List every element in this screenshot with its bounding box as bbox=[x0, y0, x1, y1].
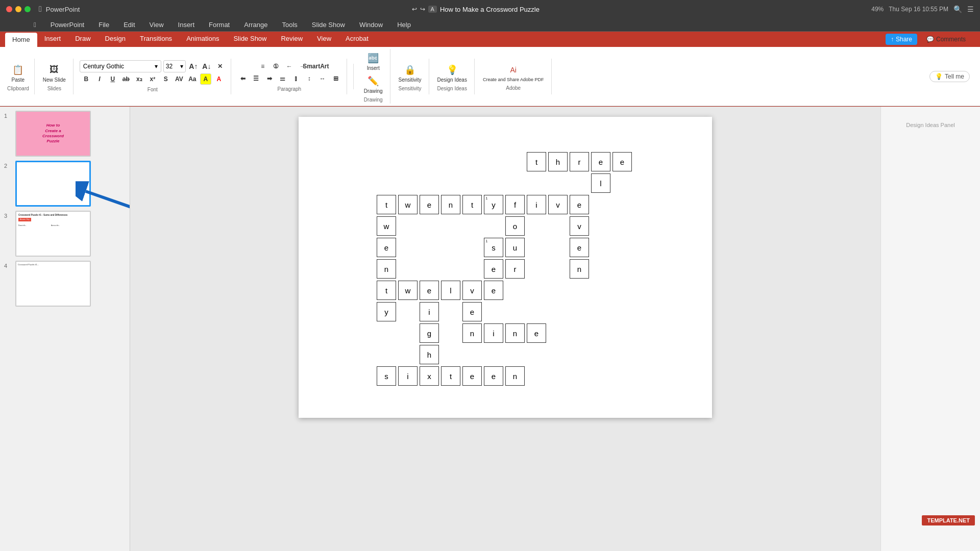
close-button[interactable] bbox=[6, 6, 12, 12]
numbering-button[interactable]: ① bbox=[271, 61, 282, 72]
clear-format-button[interactable]: ✕ bbox=[214, 61, 226, 72]
tab-transitions[interactable]: Transitions bbox=[133, 32, 179, 47]
adobe-pdf-button[interactable]: Ai Create and Share Adobe PDF bbox=[481, 62, 546, 83]
redo-icon[interactable]: ↪ bbox=[420, 6, 425, 13]
col-button[interactable]: ⫿ bbox=[290, 73, 302, 84]
search-icon[interactable]: 🔍 bbox=[953, 5, 962, 13]
tab-slideshow[interactable]: Slide Show bbox=[226, 32, 274, 47]
menu-help[interactable]: Help bbox=[394, 20, 414, 30]
char-spacing-button[interactable]: AV bbox=[174, 73, 185, 85]
slide-thumb-3[interactable]: 3 Crossword Puzzle #1 - Sums and Differe… bbox=[4, 211, 126, 257]
cell-10-3: t bbox=[441, 366, 460, 386]
cell-8-7: e bbox=[527, 323, 546, 343]
arrow-annotation bbox=[76, 179, 130, 214]
align-text-button[interactable]: ⊞ bbox=[330, 73, 341, 84]
font-size-dropdown-icon: ▾ bbox=[180, 63, 183, 70]
subscript-button[interactable]: x₂ bbox=[134, 73, 145, 85]
design-ideas-button[interactable]: 💡 Design Ideas bbox=[435, 62, 469, 84]
cell-2-0: t bbox=[377, 195, 396, 214]
italic-button[interactable]: I bbox=[94, 73, 105, 85]
tab-home[interactable]: Home bbox=[5, 33, 37, 47]
indent-less-button[interactable]: ← bbox=[284, 61, 295, 72]
drawing-button[interactable]: ✏️ Drawing bbox=[362, 73, 385, 95]
cell-6-4: v bbox=[462, 281, 482, 300]
ribbon-group-clipboard: 📋 Paste Clipboard bbox=[5, 59, 35, 94]
direction-button[interactable]: ↔ bbox=[317, 73, 328, 84]
menu-window[interactable]: Window bbox=[356, 20, 386, 30]
strikethrough-button[interactable]: ab bbox=[120, 73, 132, 85]
minimize-button[interactable] bbox=[15, 6, 21, 12]
ribbon-group-adobe: Ai Create and Share Adobe PDF Adobe bbox=[479, 59, 552, 94]
tab-insert[interactable]: Insert bbox=[37, 32, 68, 47]
menu-slideshow[interactable]: Slide Show bbox=[309, 20, 348, 30]
superscript-button[interactable]: x² bbox=[147, 73, 158, 85]
paste-button[interactable]: 📋 Paste bbox=[9, 62, 27, 84]
highlight-button[interactable]: A bbox=[200, 73, 211, 85]
tell-me-input[interactable]: 💡 Tell me bbox=[929, 71, 970, 82]
align-center-button[interactable]: ☰ bbox=[251, 73, 262, 84]
cell-7-4: e bbox=[462, 302, 482, 321]
tab-acrobat[interactable]: Acrobat bbox=[338, 32, 376, 47]
menu-insert[interactable]: Insert bbox=[175, 20, 198, 30]
line-spacing-button[interactable]: ↕ bbox=[304, 73, 315, 84]
font-color-button[interactable]: A bbox=[213, 73, 225, 85]
font-size-selector[interactable]: 32 ▾ bbox=[163, 60, 186, 72]
tab-review[interactable]: Review bbox=[274, 32, 310, 47]
menu-powerpoint[interactable]: PowerPoint bbox=[47, 20, 87, 30]
decrease-font-button[interactable]: A↓ bbox=[201, 61, 212, 72]
text-shadow-button[interactable]: S bbox=[160, 73, 172, 85]
title-bar:  PowerPoint ↩ ↪ A How to Make a Crosswo… bbox=[0, 0, 980, 18]
sensitivity-button[interactable]: 🔒 Sensitivity bbox=[397, 62, 424, 84]
new-slide-button[interactable]: 🖼 New Slide bbox=[41, 62, 68, 84]
insert-button[interactable]: 🔤 Insert bbox=[364, 50, 382, 72]
app-name: PowerPoint bbox=[46, 6, 80, 13]
font-selector[interactable]: Century Gothic ▾ bbox=[80, 60, 161, 72]
underline-button[interactable]: U bbox=[107, 73, 118, 85]
tab-animations[interactable]: Animations bbox=[179, 32, 226, 47]
slide-preview-4[interactable]: Crossword Puzzle #1... bbox=[15, 261, 91, 307]
align-left-button[interactable]: ⬅ bbox=[237, 73, 249, 84]
menu-apple[interactable]:  bbox=[31, 20, 39, 30]
slide-thumb-4[interactable]: 4 Crossword Puzzle #1... bbox=[4, 261, 126, 307]
menu-view[interactable]: View bbox=[146, 20, 167, 30]
quick-access: A bbox=[428, 6, 437, 13]
cell-0-8: h bbox=[548, 152, 568, 171]
crossword-grid: threeltwenty1fivewoves1uenerntwelveyiegn… bbox=[377, 152, 634, 388]
cell-8-2: g bbox=[420, 323, 439, 343]
svg-line-1 bbox=[86, 191, 130, 209]
tab-draw[interactable]: Draw bbox=[68, 32, 97, 47]
tab-view[interactable]: View bbox=[310, 32, 338, 47]
share-button[interactable]: ↑ Share bbox=[886, 34, 917, 45]
canvas-area: threeltwenty1fivewoves1uenerntwelveyiegn… bbox=[130, 107, 880, 551]
cell-3-6: o bbox=[505, 216, 525, 236]
undo-icon[interactable]: ↩ bbox=[412, 6, 417, 13]
justify-button[interactable]: ⚌ bbox=[277, 73, 288, 84]
menu-format[interactable]: Format bbox=[206, 20, 233, 30]
menu-edit[interactable]: Edit bbox=[120, 20, 138, 30]
menu-tools[interactable]: Tools bbox=[279, 20, 300, 30]
increase-font-button[interactable]: A↑ bbox=[188, 61, 199, 72]
menu-arrange[interactable]: Arrange bbox=[241, 20, 271, 30]
document-title: How to Make a Crossword Puzzle bbox=[440, 6, 540, 13]
slide-preview-3[interactable]: Crossword Puzzle #1 - Sums and Differenc… bbox=[15, 211, 91, 257]
traffic-lights bbox=[6, 6, 31, 12]
cell-2-7: i bbox=[527, 195, 546, 214]
menu-file[interactable]: File bbox=[95, 20, 112, 30]
control-center-icon[interactable]: ☰ bbox=[967, 5, 974, 13]
comments-button[interactable]: 💬 Comments bbox=[921, 34, 971, 45]
slide-thumb-1[interactable]: 1 How toCreate aCrosswordPuzzle bbox=[4, 111, 126, 157]
slide-preview-1[interactable]: How toCreate aCrosswordPuzzle bbox=[15, 111, 91, 157]
align-right-button[interactable]: ➡ bbox=[264, 73, 275, 84]
smartart-button[interactable]: SmartArt bbox=[310, 61, 322, 72]
bullets-button[interactable]: ≡ bbox=[257, 61, 268, 72]
insert-label: Insert bbox=[367, 65, 380, 71]
tab-design[interactable]: Design bbox=[98, 32, 133, 47]
font-case-button[interactable]: Aa bbox=[187, 73, 198, 85]
slide-canvas[interactable]: threeltwenty1fivewoves1uenerntwelveyiegn… bbox=[299, 117, 712, 418]
cell-2-1: w bbox=[398, 195, 418, 214]
cell-5-0: n bbox=[377, 259, 396, 279]
cell-8-6: n bbox=[505, 323, 525, 343]
bold-button[interactable]: B bbox=[81, 73, 92, 85]
maximize-button[interactable] bbox=[24, 6, 31, 12]
slide-thumb-2[interactable]: 2 [No Title] bbox=[4, 161, 126, 207]
